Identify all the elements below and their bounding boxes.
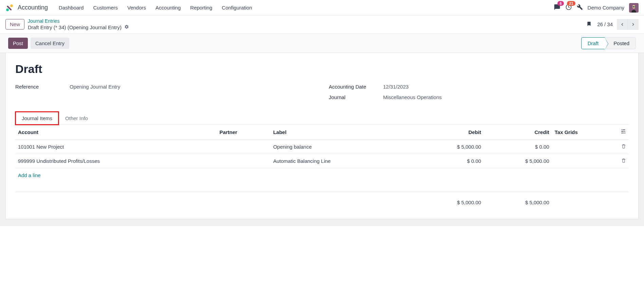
- accounting-date-label: Accounting Date: [329, 84, 383, 90]
- total-credit: $ 5,000.00: [484, 192, 552, 209]
- cell-account[interactable]: 101001 New Project: [15, 140, 217, 154]
- column-settings-icon[interactable]: [621, 130, 626, 135]
- svg-point-9: [624, 133, 625, 134]
- tools-icon[interactable]: [577, 4, 583, 11]
- cell-account[interactable]: 999999 Undistributed Profits/Losses: [15, 154, 217, 168]
- nav-dashboard[interactable]: Dashboard: [55, 3, 88, 13]
- breadcrumb-current-text: Draft Entry (* 34) (Opening Journal Entr…: [28, 24, 122, 30]
- page-title: Draft: [15, 62, 629, 76]
- nav-configuration[interactable]: Configuration: [218, 3, 256, 13]
- cell-credit[interactable]: $ 0.00: [484, 140, 552, 154]
- totals-row: $ 5,000.00 $ 5,000.00: [15, 192, 629, 209]
- user-avatar[interactable]: [629, 3, 639, 13]
- field-reference: Reference Opening Journal Entry: [15, 84, 315, 90]
- cell-tax-grids[interactable]: [552, 140, 618, 154]
- reference-label: Reference: [15, 84, 70, 90]
- nav-customers[interactable]: Customers: [89, 3, 122, 13]
- breadcrumb-current: Draft Entry (* 34) (Opening Journal Entr…: [28, 24, 129, 30]
- spacer-row: [15, 182, 629, 192]
- journal-label: Journal: [329, 94, 383, 100]
- activities-icon[interactable]: 21: [565, 4, 572, 12]
- nav-menu: Dashboard Customers Vendors Accounting R…: [55, 3, 256, 13]
- pager-next-button[interactable]: [628, 19, 639, 30]
- pager-text[interactable]: 26 / 34: [597, 21, 613, 27]
- cell-partner[interactable]: [217, 154, 270, 168]
- add-line-link[interactable]: Add a line: [18, 172, 41, 178]
- new-button[interactable]: New: [5, 19, 24, 30]
- fields-row: Reference Opening Journal Entry Accounti…: [15, 84, 629, 105]
- company-selector[interactable]: Demo Company: [588, 5, 624, 11]
- cell-delete: [618, 140, 629, 154]
- cell-debit[interactable]: $ 0.00: [416, 154, 484, 168]
- app-logo-icon[interactable]: [5, 4, 14, 12]
- cell-label[interactable]: Opening balance: [271, 140, 416, 154]
- field-journal: Journal Miscellaneous Operations: [329, 94, 629, 100]
- col-settings: [618, 125, 629, 140]
- total-debit: $ 5,000.00: [416, 192, 484, 209]
- field-accounting-date: Accounting Date 12/31/2023: [329, 84, 629, 90]
- journal-items-table: Account Partner Label Debit Credit Tax G…: [15, 125, 629, 209]
- messages-icon[interactable]: 6: [554, 4, 560, 12]
- cell-delete: [618, 154, 629, 168]
- journal-value[interactable]: Miscellaneous Operations: [383, 94, 442, 100]
- svg-point-2: [10, 4, 13, 7]
- col-debit[interactable]: Debit: [416, 125, 484, 140]
- status-bar: Post Cancel Entry Draft Posted: [0, 34, 644, 53]
- post-button[interactable]: Post: [8, 38, 28, 49]
- breadcrumb: Journal Entries Draft Entry (* 34) (Open…: [28, 18, 129, 30]
- cell-label[interactable]: Automatic Balancing Line: [271, 154, 416, 168]
- nav-vendors[interactable]: Vendors: [123, 3, 150, 13]
- pager-prev-button[interactable]: [617, 19, 628, 30]
- cell-partner[interactable]: [217, 140, 270, 154]
- trash-icon[interactable]: [621, 158, 626, 164]
- cell-tax-grids[interactable]: [552, 154, 618, 168]
- col-partner[interactable]: Partner: [217, 125, 270, 140]
- cell-debit[interactable]: $ 5,000.00: [416, 140, 484, 154]
- fields-col-right: Accounting Date 12/31/2023 Journal Misce…: [329, 84, 629, 105]
- svg-point-11: [624, 129, 625, 130]
- reference-value[interactable]: Opening Journal Entry: [70, 84, 120, 90]
- table-header-row: Account Partner Label Debit Credit Tax G…: [15, 125, 629, 140]
- cell-credit[interactable]: $ 5,000.00: [484, 154, 552, 168]
- status-steps: Draft Posted: [581, 37, 636, 49]
- nav-reporting[interactable]: Reporting: [186, 3, 216, 13]
- control-row: New Journal Entries Draft Entry (* 34) (…: [0, 16, 644, 34]
- navbar: Accounting Dashboard Customers Vendors A…: [0, 0, 644, 16]
- svg-point-10: [622, 131, 623, 132]
- status-posted[interactable]: Posted: [605, 37, 636, 49]
- trash-icon[interactable]: [621, 144, 626, 150]
- table-row[interactable]: 999999 Undistributed Profits/Losses Auto…: [15, 154, 629, 168]
- tabs: Journal Items Other Info: [15, 112, 629, 125]
- svg-point-1: [6, 8, 9, 11]
- breadcrumb-parent[interactable]: Journal Entries: [28, 18, 129, 24]
- svg-point-8: [634, 6, 635, 7]
- status-draft[interactable]: Draft: [581, 37, 605, 49]
- cancel-entry-button[interactable]: Cancel Entry: [31, 38, 69, 49]
- col-tax-grids[interactable]: Tax Grids: [552, 125, 618, 140]
- bookmark-icon[interactable]: [586, 20, 592, 28]
- accounting-date-value[interactable]: 12/31/2023: [383, 84, 409, 90]
- sheet-background: Draft Reference Opening Journal Entry Ac…: [0, 53, 644, 226]
- messages-badge: 6: [557, 1, 564, 6]
- tab-journal-items[interactable]: Journal Items: [15, 112, 59, 125]
- svg-point-7: [632, 6, 633, 7]
- gear-icon[interactable]: [124, 24, 129, 30]
- form-sheet: Draft Reference Opening Journal Entry Ac…: [5, 53, 639, 219]
- col-credit[interactable]: Credit: [484, 125, 552, 140]
- table-row[interactable]: 101001 New Project Opening balance $ 5,0…: [15, 140, 629, 154]
- add-line-row: Add a line: [15, 168, 629, 183]
- col-account[interactable]: Account: [15, 125, 217, 140]
- pager-buttons: [617, 19, 639, 30]
- col-label[interactable]: Label: [271, 125, 416, 140]
- activities-badge: 21: [567, 1, 575, 6]
- app-name[interactable]: Accounting: [18, 4, 48, 11]
- tab-other-info[interactable]: Other Info: [59, 112, 94, 125]
- fields-col-left: Reference Opening Journal Entry: [15, 84, 315, 105]
- nav-accounting[interactable]: Accounting: [151, 3, 185, 13]
- nav-right: 6 21 Demo Company: [554, 3, 639, 13]
